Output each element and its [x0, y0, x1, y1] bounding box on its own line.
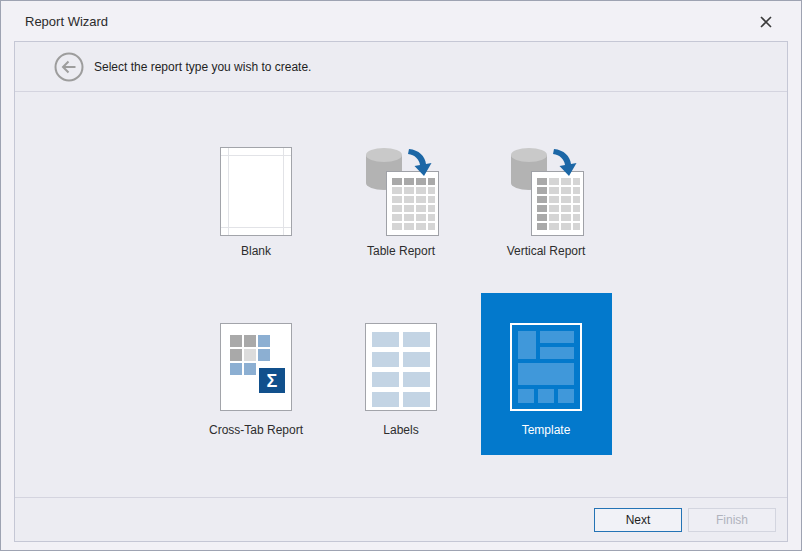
tile-row-1: Blank — [191, 145, 612, 259]
tile-row-2: Σ Cross-Tab Report — [191, 293, 612, 455]
wizard-header: Select the report type you wish to creat… — [15, 42, 787, 92]
tile-label: Table Report — [367, 244, 435, 258]
vertical-report-icon — [507, 145, 585, 237]
labels-icon — [365, 323, 437, 411]
tile-label: Template — [522, 423, 571, 437]
tile-blank[interactable]: Blank — [191, 145, 322, 259]
tile-template[interactable]: Template — [481, 293, 612, 455]
wizard-panel: Select the report type you wish to creat… — [14, 41, 788, 542]
back-button[interactable] — [54, 52, 84, 82]
report-wizard-dialog: Report Wizard Select the report type you… — [0, 0, 802, 551]
finish-button[interactable]: Finish — [688, 508, 776, 532]
tile-label: Blank — [241, 244, 271, 258]
close-icon — [760, 16, 772, 28]
tile-labels[interactable]: Labels — [336, 293, 467, 455]
tile-label: Vertical Report — [507, 244, 586, 258]
table-report-icon — [362, 145, 440, 237]
blank-page-icon — [220, 145, 292, 237]
next-button[interactable]: Next — [594, 508, 682, 532]
tile-vertical-report[interactable]: Vertical Report — [481, 145, 612, 259]
cross-tab-icon: Σ — [220, 323, 292, 411]
titlebar[interactable]: Report Wizard — [1, 1, 801, 41]
tile-label: Cross-Tab Report — [209, 423, 303, 437]
sigma-icon: Σ — [267, 371, 278, 391]
tile-cross-tab-report[interactable]: Σ Cross-Tab Report — [191, 293, 322, 455]
wizard-footer: Next Finish — [15, 497, 787, 541]
template-icon — [510, 323, 582, 411]
tile-table-report[interactable]: Table Report — [336, 145, 467, 259]
window-title: Report Wizard — [25, 14, 108, 29]
back-arrow-icon — [63, 61, 76, 72]
report-type-list: Blank — [15, 92, 787, 497]
instruction-text: Select the report type you wish to creat… — [94, 60, 311, 74]
tile-label: Labels — [383, 423, 418, 437]
close-button[interactable] — [755, 11, 777, 33]
